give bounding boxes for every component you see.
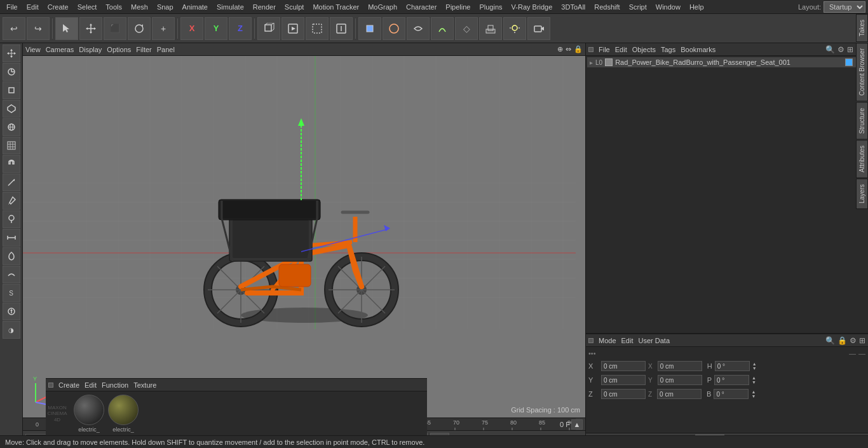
mat-function-menu[interactable]: Function <box>102 381 128 389</box>
material-item-2[interactable]: electric_ <box>108 395 139 433</box>
menu-create[interactable]: Create <box>44 2 72 12</box>
om-settings-icon[interactable]: ⚙ <box>837 45 844 54</box>
measure-button[interactable] <box>3 229 20 247</box>
filter-menu[interactable]: Filter <box>136 46 151 53</box>
side-tab-takes[interactable]: Takes <box>856 14 868 42</box>
menu-tools[interactable]: Tools <box>102 2 126 12</box>
spline-button[interactable] <box>383 17 405 40</box>
grid-mode-button[interactable] <box>3 137 20 154</box>
knife-button[interactable] <box>3 173 20 191</box>
om-edit-menu[interactable]: Edit <box>615 46 627 53</box>
z-axis-button[interactable]: Z <box>229 17 252 40</box>
om-maximize-icon[interactable]: ⊞ <box>847 45 853 54</box>
menu-help[interactable]: Help <box>686 2 708 12</box>
vp-icon-arrows[interactable]: ⇔ <box>566 45 571 53</box>
menu-sculpt[interactable]: Sculpt <box>281 2 308 12</box>
om-item-color-1[interactable] <box>845 58 853 66</box>
move-mode-button[interactable] <box>3 44 20 62</box>
menu-edit[interactable]: Edit <box>23 2 43 12</box>
texture-mode-button[interactable] <box>3 118 20 136</box>
options-menu[interactable]: Options <box>107 46 131 53</box>
render-region-button[interactable] <box>306 17 329 40</box>
sculpt-button[interactable] <box>3 247 20 265</box>
extra-tool-button[interactable] <box>3 302 20 320</box>
attr-userdata-menu[interactable]: User Data <box>639 337 670 344</box>
object-mode-button[interactable] <box>3 100 20 118</box>
render-button[interactable] <box>281 17 304 40</box>
menu-pipeline[interactable]: Pipeline <box>442 2 474 12</box>
menu-simulate[interactable]: Simulate <box>213 2 248 12</box>
menu-window[interactable]: Window <box>652 2 684 12</box>
attr-y-pos-field2[interactable] <box>658 375 702 385</box>
render-to-button[interactable] <box>330 17 353 40</box>
redo-button[interactable]: ↪ <box>27 17 50 40</box>
attr-x-pos-field[interactable] <box>601 361 646 371</box>
side-tab-content-browser[interactable]: Content Browser <box>856 43 868 101</box>
attr-x-pos-field2[interactable] <box>658 361 702 371</box>
brush-button[interactable] <box>3 192 20 210</box>
mat-texture-menu[interactable]: Texture <box>133 381 156 389</box>
vp-icon-expand[interactable]: ⊕ <box>557 45 563 53</box>
transform-tool-button[interactable]: + <box>152 17 175 40</box>
attr-maximize-icon[interactable]: ⊞ <box>859 336 865 345</box>
x-axis-button[interactable]: X <box>180 17 203 40</box>
menu-snap[interactable]: Snap <box>153 2 177 12</box>
extra-tool2-button[interactable]: ◑ <box>3 321 20 339</box>
side-tab-attributes[interactable]: Attributes <box>856 140 868 178</box>
menu-animate[interactable]: Animate <box>179 2 212 12</box>
attr-y-pos-field[interactable] <box>601 375 646 385</box>
attr-p-stepper[interactable]: ▲ ▼ <box>752 376 759 384</box>
menu-character[interactable]: Character <box>402 2 440 12</box>
rotate-tool-button[interactable] <box>128 17 151 40</box>
attr-settings-icon[interactable]: ⚙ <box>850 336 857 345</box>
om-bookmarks-menu[interactable]: Bookmarks <box>681 46 715 53</box>
nurbs-button[interactable] <box>407 17 430 40</box>
menu-3dtoall[interactable]: 3DToAll <box>557 2 589 12</box>
om-tags-menu[interactable]: Tags <box>661 46 675 53</box>
cameras-menu[interactable]: Cameras <box>46 46 74 53</box>
undo-button[interactable]: ↩ <box>3 17 25 40</box>
attr-b-stepper[interactable]: ▲ ▼ <box>751 390 759 398</box>
menu-script[interactable]: Script <box>625 2 651 12</box>
deformer-button[interactable] <box>431 17 454 40</box>
menu-file[interactable]: File <box>3 2 22 12</box>
field-button[interactable]: ◇ <box>455 17 478 40</box>
light-button[interactable] <box>503 17 526 40</box>
om-item-bike[interactable]: ▸ L0 Rad_Power_Bike_RadBurro_with_Passen… <box>587 57 867 67</box>
menu-vray[interactable]: V-Ray Bridge <box>508 2 557 12</box>
menu-render[interactable]: Render <box>249 2 280 12</box>
move-tool-button[interactable] <box>79 17 102 40</box>
attr-drag-handle[interactable] <box>588 338 593 343</box>
material-item-1[interactable]: electric_ <box>74 395 104 433</box>
environment-button[interactable] <box>479 17 502 40</box>
smooth-button[interactable] <box>3 266 20 283</box>
cube-primitive-button[interactable] <box>358 17 381 40</box>
view-menu[interactable]: View <box>25 46 41 53</box>
menu-plugins[interactable]: Plugins <box>475 2 506 12</box>
loop-cut-button[interactable]: S <box>3 284 20 302</box>
side-tab-layers[interactable]: Layers <box>856 179 868 209</box>
side-tab-structure[interactable]: Structure <box>856 102 868 140</box>
magnet-button[interactable] <box>3 155 20 173</box>
paint-button[interactable] <box>3 210 20 228</box>
scale-tool-button[interactable]: ⬛ <box>104 17 126 40</box>
attr-z-pos-field[interactable] <box>601 389 646 399</box>
menu-redshift[interactable]: Redshift <box>590 2 623 12</box>
om-file-menu[interactable]: File <box>599 46 610 53</box>
viewport-3d[interactable]: Perspective <box>23 56 585 417</box>
select-tool-button[interactable] <box>55 17 78 40</box>
scale-mode-button[interactable] <box>3 81 20 99</box>
menu-motion-tracker[interactable]: Motion Tracker <box>309 2 363 12</box>
om-objects-menu[interactable]: Objects <box>632 46 656 53</box>
attr-z-pos-field2[interactable] <box>657 389 702 399</box>
display-menu[interactable]: Display <box>79 46 102 53</box>
attr-p-field[interactable] <box>714 375 749 385</box>
rotate-mode-button[interactable] <box>3 63 20 81</box>
layout-dropdown[interactable]: Startup <box>824 1 865 13</box>
menu-mograph[interactable]: MoGraph <box>364 2 401 12</box>
attr-edit-menu[interactable]: Edit <box>621 337 634 344</box>
panel-menu[interactable]: Panel <box>157 46 175 53</box>
menu-select[interactable]: Select <box>74 2 101 12</box>
attr-b-field[interactable] <box>714 389 749 399</box>
menu-mesh[interactable]: Mesh <box>127 2 152 12</box>
